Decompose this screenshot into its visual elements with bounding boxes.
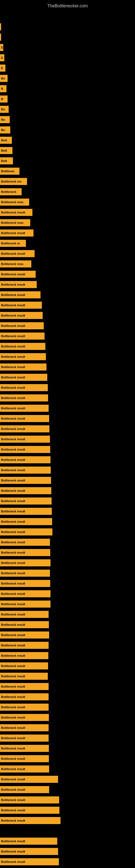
bar-47: Bottleneck result (0, 508, 52, 515)
bar-label-23: Bottleneck resu (1, 262, 24, 266)
bar-label-13: Bott (1, 159, 7, 162)
bar-18: Bottleneck result (0, 209, 32, 216)
bar-50: Bottleneck result (0, 539, 50, 546)
bar-row-26: Bottleneck result (0, 290, 135, 300)
bar-row-9: Bo (0, 115, 135, 125)
bar-21: Bottleneck re (0, 240, 26, 247)
bar-row-19: Bottleneck resu (0, 218, 135, 228)
bar-label-74: Bottleneck result (1, 788, 25, 791)
bar-row-70: Bottleneck result (0, 743, 135, 753)
bar-row-77: Bottleneck result (0, 815, 135, 826)
bar-row-40: Bottleneck result (0, 434, 135, 444)
bar-28: Bottleneck result (0, 312, 43, 319)
bar-51: Bottleneck result (0, 549, 50, 556)
bar-row-30: Bottleneck result (0, 331, 135, 341)
bar-52: Bottleneck result (0, 559, 50, 566)
bar-label-60: Bottleneck result (1, 644, 25, 647)
bar-row-68: Bottleneck result (0, 723, 135, 733)
bar-58: Bottleneck result (0, 621, 49, 628)
bar-36: Bottleneck result (0, 394, 48, 401)
bar-row-44: Bottleneck result (0, 475, 135, 486)
bar-label-19: Bottleneck resu (1, 221, 24, 224)
bar-48: Bottleneck result (0, 518, 52, 525)
bar-42: Bottleneck result (0, 456, 50, 463)
bar-39: Bottleneck result (0, 425, 49, 432)
bar-label-77: Bottleneck result (1, 819, 25, 822)
bar-label-6: B (1, 87, 3, 90)
bar-45: Bottleneck result (0, 487, 51, 494)
bar-61: Bottleneck result (0, 652, 48, 659)
bar-row-60: Bottleneck result (0, 640, 135, 650)
bar-label-59: Bottleneck result (1, 633, 25, 637)
bar-label-2: E (1, 46, 3, 49)
bar-label-79: Bottleneck result (1, 850, 25, 853)
bar-label-69: Bottleneck result (1, 737, 25, 740)
bar-54: Bottleneck result (0, 580, 50, 587)
bar-41: Bottleneck result (0, 446, 50, 453)
bar-4: E (0, 65, 5, 72)
bar-76: Bottleneck result (0, 807, 59, 814)
bar-label-53: Bottleneck result (1, 571, 25, 575)
bar-44: Bottleneck result (0, 477, 51, 484)
bar-label-20: Bottleneck result (1, 231, 25, 235)
bar-label-36: Bottleneck result (1, 396, 25, 400)
bar-row-47: Bottleneck result (0, 506, 135, 517)
bar-label-50: Bottleneck result (1, 540, 25, 544)
bar-row-62: Bottleneck result (0, 661, 135, 671)
bar-15: Bottleneck res (0, 178, 27, 185)
bar-38: Bottleneck result (0, 415, 49, 422)
bar-label-22: Bottleneck result (1, 252, 25, 255)
bar-label-3: E (1, 56, 3, 59)
bar-label-17: Bottleneck resu (1, 200, 24, 204)
bar-row-53: Bottleneck result (0, 568, 135, 578)
bar-row-23: Bottleneck resu (0, 259, 135, 269)
bar-row-64: Bottleneck result (0, 681, 135, 692)
bar-label-28: Bottleneck result (1, 314, 25, 317)
bar-row-39: Bottleneck result (0, 424, 135, 434)
bar-label-64: Bottleneck result (1, 685, 25, 688)
bar-34: Bottleneck result (0, 374, 47, 381)
bar-label-8: Bo (1, 108, 5, 111)
bar-row-36: Bottleneck result (0, 393, 135, 403)
bar-row-14: Bottlenec (0, 166, 135, 176)
bar-row-80: Bottleneck result (0, 857, 135, 867)
bar-row-21: Bottleneck re (0, 238, 135, 248)
bar-label-18: Bottleneck result (1, 211, 25, 214)
bar-label-26: Bottleneck result (1, 293, 25, 297)
bar-row-51: Bottleneck result (0, 547, 135, 558)
bar-row-1 (0, 32, 135, 42)
bar-row-58: Bottleneck result (0, 620, 135, 630)
bar-32: Bottleneck result (0, 353, 46, 360)
bar-22: Bottleneck result (0, 250, 35, 257)
bar-label-21: Bottleneck re (1, 242, 20, 245)
bar-row-34: Bottleneck result (0, 372, 135, 382)
bar-29: Bottleneck result (0, 322, 44, 329)
bar-row-72: Bottleneck result (0, 764, 135, 774)
bar-label-71: Bottleneck result (1, 757, 25, 760)
bar-46: Bottleneck result (0, 497, 52, 504)
bar-13: Bott (0, 157, 13, 164)
bar-26: Bottleneck result (0, 291, 41, 299)
bar-row-78: Bottleneck result (0, 836, 135, 846)
bar-row-38: Bottleneck result (0, 413, 135, 424)
bar-row-4: E (0, 63, 135, 73)
bar-73: Bottleneck result (0, 776, 58, 783)
bar-70: Bottleneck result (0, 745, 49, 752)
bar-row-31: Bottleneck result (0, 341, 135, 351)
bar-label-38: Bottleneck result (1, 417, 25, 420)
bar-row-33: Bottleneck result (0, 362, 135, 372)
bar-label-25: Bottleneck result (1, 283, 25, 286)
bar-row-43: Bottleneck result (0, 465, 135, 475)
bar-label-15: Bottleneck res (1, 180, 21, 183)
bar-label-4: E (1, 66, 3, 70)
bar-label-45: Bottleneck result (1, 489, 25, 492)
bar-row-27: Bottleneck result (0, 300, 135, 310)
bar-row-81: Bottleneck result (0, 867, 135, 868)
bar-43: Bottleneck result (0, 467, 51, 474)
bar-label-55: Bottleneck result (1, 592, 25, 595)
bar-label-58: Bottleneck result (1, 623, 25, 626)
bar-label-72: Bottleneck result (1, 767, 25, 771)
bar-11: Bott (0, 137, 12, 144)
bar-8: Bo (0, 106, 9, 113)
bar-78: Bottleneck result (0, 838, 57, 845)
